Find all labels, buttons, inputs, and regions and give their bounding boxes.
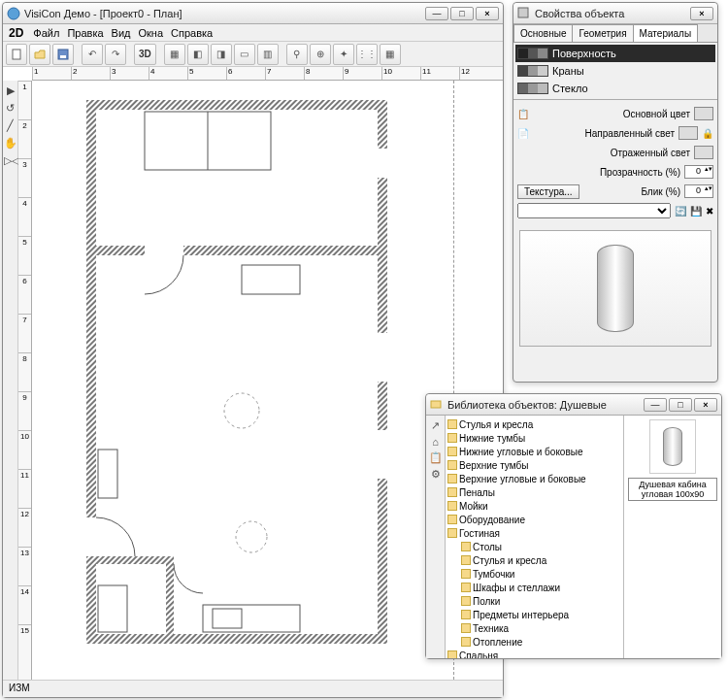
tree-node[interactable]: Спальня xyxy=(447,649,621,658)
library-item-caption: Душевая кабина угловая 100x90 xyxy=(628,478,717,501)
toolbar-button-10[interactable]: ▦ xyxy=(380,44,401,65)
lib-maximize-button[interactable]: □ xyxy=(669,398,692,412)
svg-rect-13 xyxy=(378,149,387,178)
main-color-swatch[interactable] xyxy=(694,107,713,120)
lib-home-button[interactable]: ⌂ xyxy=(432,436,439,448)
tree-node[interactable]: Шкафы и стеллажи xyxy=(447,581,621,594)
folder-icon xyxy=(447,460,457,470)
dir-light-swatch[interactable] xyxy=(678,126,698,140)
toolbar-button-9[interactable]: ⋮⋮ xyxy=(356,44,378,65)
ruler-tick: 7 xyxy=(265,67,304,80)
tree-node[interactable]: Оборудование xyxy=(447,513,621,526)
copy-icon[interactable]: 📋 xyxy=(517,109,529,119)
toolbar-button-3[interactable]: ◨ xyxy=(211,44,232,65)
view-mode-2d[interactable]: 2D xyxy=(9,26,23,40)
rotate-tool[interactable]: ↺ xyxy=(4,102,17,116)
tree-node[interactable]: Тумбочки xyxy=(447,567,621,581)
library-window: Библиотека объектов: Душевые — □ × ↗ ⌂ 📋… xyxy=(425,393,722,659)
ruler-tick: 12 xyxy=(18,508,31,547)
library-tree[interactable]: Стулья и креслаНижние тумбыНижние угловы… xyxy=(446,416,624,658)
toolbar-button-4[interactable]: ▭ xyxy=(234,44,255,65)
material-swatch xyxy=(517,65,548,77)
delete-material-icon[interactable]: ✖ xyxy=(706,206,713,217)
tree-label: Шкафы и стеллажи xyxy=(473,583,560,593)
opacity-spinner[interactable]: 0 xyxy=(684,165,713,179)
tree-node[interactable]: Нижние угловые и боковые xyxy=(447,445,621,458)
material-name: Поверхность xyxy=(552,48,616,59)
refl-light-swatch[interactable] xyxy=(694,146,713,159)
tree-label: Техника xyxy=(473,623,509,634)
toolbar-button-5[interactable]: ▥ xyxy=(257,44,279,65)
floor-plan[interactable] xyxy=(86,100,387,644)
lock-icon[interactable]: 🔒 xyxy=(702,128,713,139)
tab-basic[interactable]: Основные xyxy=(513,24,573,42)
main-color-label: Основной цвет xyxy=(533,109,690,119)
maximize-button[interactable]: □ xyxy=(450,7,474,20)
open-button[interactable] xyxy=(29,44,50,65)
toolbar-button-6[interactable]: ⚲ xyxy=(286,44,308,65)
lib-minimize-button[interactable]: — xyxy=(644,398,667,412)
paste-icon[interactable]: 📄 xyxy=(517,128,529,139)
tree-node[interactable]: Стулья и кресла xyxy=(447,553,621,567)
texture-select[interactable] xyxy=(517,203,671,218)
ruler-tick: 12 xyxy=(459,67,498,80)
pan-tool[interactable]: ✋ xyxy=(4,137,17,150)
tree-node[interactable]: Верхние угловые и боковые xyxy=(447,472,621,485)
tree-node[interactable]: Нижние тумбы xyxy=(447,431,621,445)
tree-node[interactable]: Полки xyxy=(447,594,621,608)
tree-node[interactable]: Столы xyxy=(447,540,621,553)
lib-up-button[interactable]: ↗ xyxy=(431,419,440,432)
menu-edit[interactable]: Правка xyxy=(67,27,103,39)
view-3d-button[interactable]: 3D xyxy=(134,44,156,65)
menu-view[interactable]: Вид xyxy=(112,27,131,39)
toolbar-button-2[interactable]: ◧ xyxy=(187,44,209,65)
tree-node[interactable]: Техника xyxy=(447,621,621,635)
texture-button[interactable]: Текстура... xyxy=(517,184,579,199)
properties-titlebar[interactable]: Свойства объекта × xyxy=(513,3,717,24)
redo-button[interactable]: ↷ xyxy=(105,44,126,65)
toolbar-button-8[interactable]: ✦ xyxy=(333,44,354,65)
save-button[interactable] xyxy=(52,44,74,65)
library-titlebar[interactable]: Библиотека объектов: Душевые — □ × xyxy=(426,394,721,416)
lib-close-button[interactable]: × xyxy=(694,398,717,412)
tree-node[interactable]: Отопление xyxy=(447,635,621,649)
tree-node[interactable]: Стулья и кресла xyxy=(447,417,621,431)
pointer-tool[interactable]: ▶ xyxy=(4,84,17,98)
menu-windows[interactable]: Окна xyxy=(138,27,163,39)
lib-settings-button[interactable]: ⚙ xyxy=(431,468,441,481)
library-item-thumb[interactable] xyxy=(649,419,696,474)
material-row[interactable]: Поверхность xyxy=(515,45,715,62)
material-row[interactable]: Краны xyxy=(515,62,715,80)
library-title: Библиотека объектов: Душевые xyxy=(447,399,644,411)
line-tool[interactable]: ╱ xyxy=(4,119,17,133)
tree-node[interactable]: Гостиная xyxy=(447,526,621,540)
folder-icon xyxy=(461,583,471,592)
shine-spinner[interactable]: 0 xyxy=(684,184,713,198)
tab-geometry[interactable]: Геометрия xyxy=(572,24,633,42)
material-row[interactable]: Стекло xyxy=(515,80,715,97)
new-button[interactable] xyxy=(6,44,27,65)
svg-rect-28 xyxy=(431,401,441,408)
close-button[interactable]: × xyxy=(476,7,499,20)
tree-node[interactable]: Предметы интерьера xyxy=(447,608,621,621)
opacity-label: Прозрачность (%) xyxy=(517,167,680,178)
apply-icon[interactable]: 🔄 xyxy=(675,206,686,217)
tree-node[interactable]: Пеналы xyxy=(447,485,621,499)
save-material-icon[interactable]: 💾 xyxy=(690,206,702,217)
menu-file[interactable]: Файл xyxy=(33,27,59,39)
app-icon xyxy=(7,7,20,20)
minimize-button[interactable]: — xyxy=(425,7,448,20)
tree-node[interactable]: Верхние тумбы xyxy=(447,458,621,472)
properties-close-button[interactable]: × xyxy=(690,7,713,20)
lib-paste-button[interactable]: 📋 xyxy=(429,451,443,464)
ruler-tick: 1 xyxy=(18,81,31,119)
toolbar-button-7[interactable]: ⊕ xyxy=(310,44,331,65)
main-titlebar[interactable]: VisiCon Демо - [Проект0 - План] — □ × xyxy=(3,3,503,24)
mirror-tool[interactable]: ▷◁ xyxy=(4,154,17,168)
tab-materials[interactable]: Материалы xyxy=(633,24,699,42)
tree-node[interactable]: Мойки xyxy=(447,499,621,513)
menu-help[interactable]: Справка xyxy=(171,27,213,39)
toolbar-button-1[interactable]: ▦ xyxy=(164,44,185,65)
undo-button[interactable]: ↶ xyxy=(82,44,103,65)
folder-icon xyxy=(447,433,457,443)
